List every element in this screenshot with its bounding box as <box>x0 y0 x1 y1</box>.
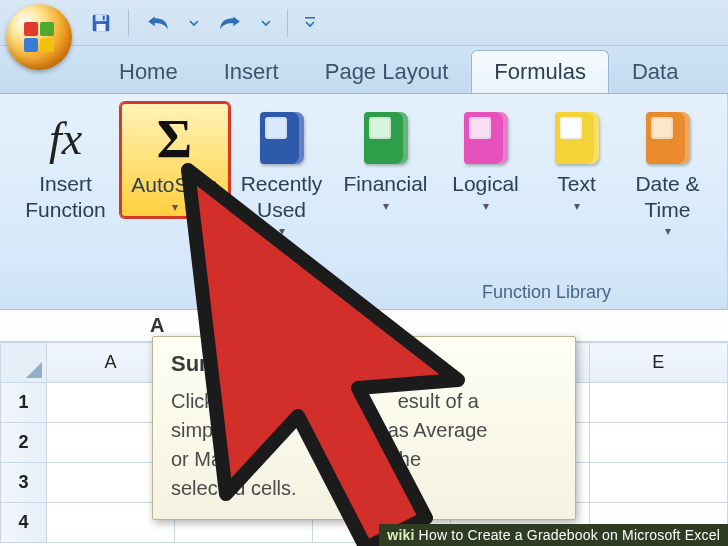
undo-button[interactable] <box>139 8 177 38</box>
chevron-down-icon: ▾ <box>172 200 178 214</box>
column-header[interactable]: E <box>589 343 727 383</box>
chevron-down-icon <box>261 18 271 28</box>
financial-button[interactable]: $≋ Financial ▾ <box>334 102 438 216</box>
financial-label: Financial <box>343 171 427 197</box>
chevron-down-icon <box>189 18 199 28</box>
row-header[interactable]: 4 <box>1 503 47 543</box>
book-icon: 📅 <box>646 112 690 164</box>
text-label: Text <box>557 171 596 197</box>
svg-rect-1 <box>96 14 107 20</box>
redo-icon <box>217 13 243 33</box>
autosum-tooltip: Sum (Al Click he esult of a simple such … <box>152 336 576 520</box>
svg-rect-4 <box>305 17 315 19</box>
row-header[interactable]: 1 <box>1 383 47 423</box>
book-icon: ? <box>464 112 508 164</box>
fx-icon: fx <box>49 112 82 165</box>
tab-insert[interactable]: Insert <box>201 50 302 93</box>
chevron-down-icon: ▾ <box>383 199 389 213</box>
group-title: Function Library <box>6 280 721 307</box>
chevron-down-icon: ▾ <box>483 199 489 213</box>
sigma-icon: Σ <box>157 108 192 170</box>
svg-rect-3 <box>103 15 105 20</box>
save-icon <box>90 12 112 34</box>
date-time-button[interactable]: 📅 Date & Time ▾ <box>620 102 716 241</box>
redo-button[interactable] <box>211 8 249 38</box>
office-button[interactable] <box>6 4 72 70</box>
tab-formulas[interactable]: Formulas <box>471 50 609 93</box>
autosum-button[interactable]: Σ AutoSum ▾ <box>120 102 230 218</box>
tooltip-body: Click he esult of a simple such as Avera… <box>171 387 557 503</box>
date-time-label: Date & Time <box>635 171 699 222</box>
tab-home[interactable]: Home <box>96 50 201 93</box>
book-icon: $≋ <box>364 112 408 164</box>
row-header[interactable]: 2 <box>1 423 47 463</box>
tab-page-layout[interactable]: Page Layout <box>302 50 472 93</box>
undo-icon <box>145 13 171 33</box>
recently-used-button[interactable]: ★ Recently Used ▾ <box>230 102 334 241</box>
name-box-value: A <box>150 314 164 337</box>
quick-access-toolbar <box>84 8 322 38</box>
row-header[interactable]: 3 <box>1 463 47 503</box>
insert-function-button[interactable]: fx Insert Function <box>12 102 120 225</box>
tooltip-title: Sum (Al <box>171 351 557 377</box>
image-caption: wikiHow to Create a Gradebook on Microso… <box>379 524 728 546</box>
chevron-down-icon: ▾ <box>574 199 580 213</box>
svg-rect-2 <box>96 23 105 30</box>
select-all-corner[interactable] <box>1 343 47 383</box>
caption-brand: wiki <box>387 527 414 543</box>
redo-dropdown[interactable] <box>255 8 277 38</box>
chevron-down-icon: ▾ <box>665 224 671 238</box>
ribbon: fx Insert Function Σ AutoSum ▾ ★ Recentl… <box>0 94 728 310</box>
tab-data[interactable]: Data <box>609 50 701 93</box>
logical-button[interactable]: ? Logical ▾ <box>438 102 534 216</box>
autosum-label: AutoSum <box>131 172 217 198</box>
text-button[interactable]: A Text ▾ <box>534 102 620 216</box>
recently-used-label: Recently Used <box>241 171 323 222</box>
book-icon: ★ <box>260 112 304 164</box>
function-library-group: fx Insert Function Σ AutoSum ▾ ★ Recentl… <box>0 94 728 309</box>
logical-label: Logical <box>452 171 519 197</box>
title-bar <box>0 0 728 46</box>
ribbon-tabs: Home Insert Page Layout Formulas Data <box>0 46 728 94</box>
customize-qat-dropdown[interactable] <box>298 8 322 38</box>
insert-function-label: Insert Function <box>25 171 106 222</box>
save-button[interactable] <box>84 8 118 38</box>
chevron-down-icon: ▾ <box>279 224 285 238</box>
caption-text: How to Create a Gradebook on Microsoft E… <box>419 527 720 543</box>
undo-dropdown[interactable] <box>183 8 205 38</box>
book-icon: A <box>555 112 599 164</box>
chevron-down-icon <box>304 16 316 30</box>
